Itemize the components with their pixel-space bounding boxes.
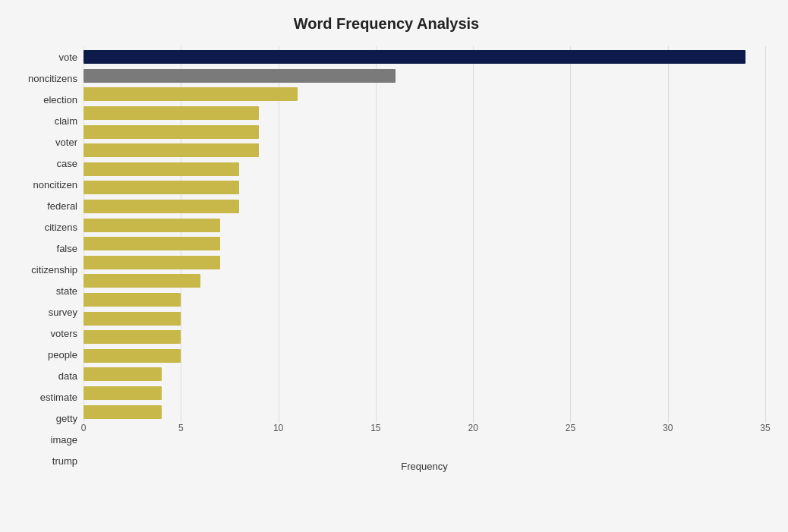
x-tick: 30 — [663, 423, 673, 433]
x-tick: 15 — [370, 423, 380, 433]
bar-row — [84, 329, 765, 345]
bar — [84, 274, 200, 288]
y-label: noncitizens — [28, 70, 77, 87]
bar — [84, 87, 298, 101]
bar — [84, 349, 181, 363]
bar-row — [84, 235, 765, 252]
bar — [84, 312, 181, 326]
bar — [84, 256, 220, 269]
y-label: case — [57, 155, 77, 172]
bar-row — [84, 161, 765, 178]
y-label: state — [56, 283, 77, 300]
bar-row — [84, 404, 765, 420]
bar — [84, 162, 239, 176]
x-tick: 25 — [566, 423, 575, 433]
y-label: estimate — [40, 389, 77, 406]
bar-row — [84, 105, 765, 121]
x-tick: 0 — [81, 423, 87, 433]
bar — [84, 386, 162, 400]
bar-row — [84, 310, 765, 327]
y-label: citizenship — [31, 261, 77, 278]
bar-row — [84, 49, 765, 65]
x-tick: 10 — [273, 423, 283, 433]
bar-row — [84, 68, 765, 84]
bar-row — [84, 272, 765, 289]
y-label: getty — [56, 411, 77, 427]
bar-row — [84, 254, 765, 271]
x-tick: 20 — [468, 423, 478, 433]
bar-row — [84, 179, 765, 196]
bar — [84, 106, 259, 120]
bar — [84, 200, 239, 213]
y-label: survey — [49, 304, 77, 321]
chart-container: Word Frequency Analysis votenoncitizense… — [0, 0, 788, 532]
bar — [84, 50, 745, 64]
bar-row — [84, 198, 765, 215]
y-label: election — [43, 91, 77, 108]
bar — [84, 181, 239, 194]
y-label: citizens — [45, 219, 77, 235]
y-label: voter — [55, 134, 77, 150]
grid-line — [765, 46, 766, 423]
bar — [84, 125, 259, 139]
x-axis: 05101520253035 — [84, 423, 765, 445]
chart-area: votenoncitizenselectionclaimvotercasenon… — [8, 46, 765, 472]
bar — [84, 405, 162, 419]
y-axis: votenoncitizenselectionclaimvotercasenon… — [8, 46, 84, 472]
y-label: data — [58, 368, 77, 385]
y-label: voters — [51, 326, 77, 342]
bars-container — [84, 46, 765, 423]
bar — [84, 143, 259, 157]
bar — [84, 293, 181, 307]
bar-row — [84, 291, 765, 308]
bar-row — [84, 217, 765, 234]
bar-row — [84, 124, 765, 140]
bar-row — [84, 348, 765, 364]
y-label: federal — [47, 197, 77, 214]
y-label: people — [48, 347, 77, 364]
x-tick: 35 — [760, 423, 770, 433]
bar — [84, 237, 220, 250]
y-label: noncitizen — [33, 176, 77, 193]
y-label: vote — [58, 49, 77, 65]
y-label: trump — [52, 453, 77, 470]
chart-title: Word Frequency Analysis — [8, 15, 765, 33]
bar-row — [84, 86, 765, 102]
plot-area: 05101520253035 Frequency — [84, 46, 765, 472]
bar-row — [84, 366, 765, 382]
bar — [84, 367, 162, 381]
bar — [84, 330, 181, 344]
y-label: false — [57, 240, 77, 257]
grid-and-bars — [84, 46, 765, 423]
y-label: claim — [55, 112, 77, 129]
bar — [84, 69, 396, 83]
bar-row — [84, 142, 765, 159]
bar-row — [84, 385, 765, 401]
x-tick: 5 — [178, 423, 184, 433]
x-axis-label: Frequency — [84, 461, 765, 472]
bar — [84, 219, 220, 232]
y-label: image — [51, 432, 77, 449]
